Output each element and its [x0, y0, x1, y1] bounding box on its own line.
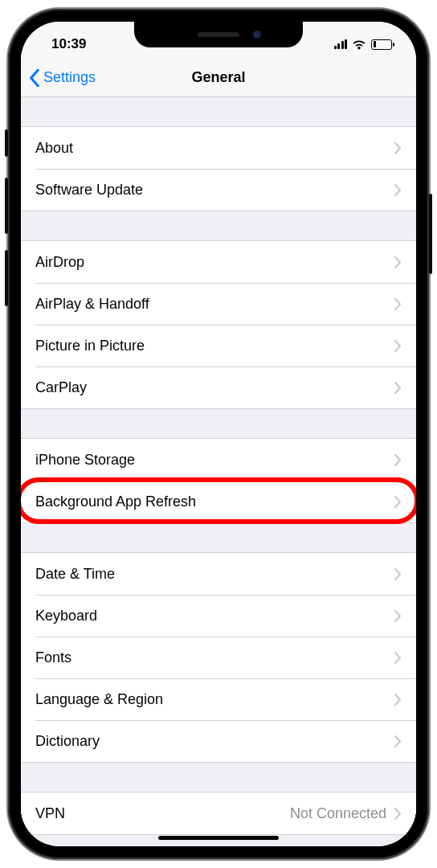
row-dictionary[interactable]: Dictionary [21, 720, 416, 762]
navigation-bar: Settings General [21, 59, 416, 97]
chevron-right-icon [394, 340, 402, 352]
chevron-right-icon [394, 184, 402, 196]
row-airdrop[interactable]: AirDrop [21, 241, 416, 283]
front-camera [253, 31, 261, 39]
settings-group-4: VPN Not Connected [21, 792, 416, 835]
battery-icon [371, 39, 392, 50]
row-label: Fonts [35, 649, 71, 666]
home-indicator[interactable] [158, 836, 279, 840]
notch [134, 22, 303, 47]
volume-down-button [5, 250, 8, 306]
status-time: 10:39 [40, 36, 86, 52]
row-carplay[interactable]: CarPlay [21, 366, 416, 408]
silent-switch [5, 129, 8, 157]
row-label: Picture in Picture [35, 338, 145, 354]
row-background-app-refresh[interactable]: Background App Refresh [21, 481, 416, 522]
chevron-right-icon [394, 610, 402, 622]
chevron-right-icon [394, 256, 402, 268]
wifi-icon [352, 39, 366, 50]
settings-group-0: About Software Update [21, 126, 416, 211]
chevron-right-icon [394, 808, 402, 820]
row-iphone-storage[interactable]: iPhone Storage [21, 439, 416, 481]
iphone-frame: 10:39 Settings [8, 9, 429, 859]
chevron-right-icon [394, 568, 402, 580]
row-airplay-handoff[interactable]: AirPlay & Handoff [21, 283, 416, 325]
speaker [198, 32, 239, 37]
chevron-right-icon [394, 298, 402, 310]
row-label: VPN [35, 805, 65, 822]
status-icons [334, 39, 398, 50]
row-picture-in-picture[interactable]: Picture in Picture [21, 325, 416, 366]
row-detail: Not Connected [290, 805, 386, 822]
row-label: Software Update [35, 182, 143, 199]
battery-level [374, 41, 377, 47]
settings-group-2: iPhone Storage Background App Refresh [21, 438, 416, 523]
chevron-left-icon [29, 69, 40, 87]
row-software-update[interactable]: Software Update [21, 169, 416, 211]
row-language-region[interactable]: Language & Region [21, 678, 416, 720]
row-label: About [35, 140, 73, 157]
chevron-right-icon [394, 382, 402, 394]
chevron-right-icon [394, 454, 402, 466]
chevron-right-icon [394, 652, 402, 664]
cellular-signal-icon [334, 39, 348, 49]
volume-up-button [5, 178, 8, 234]
row-fonts[interactable]: Fonts [21, 637, 416, 678]
settings-group-3: Date & Time Keyboard Fonts Language & Re… [21, 552, 416, 763]
chevron-right-icon [394, 142, 402, 154]
chevron-right-icon [394, 496, 402, 508]
screen: 10:39 Settings [21, 22, 416, 846]
row-about[interactable]: About [21, 127, 416, 169]
row-vpn[interactable]: VPN Not Connected [21, 792, 416, 834]
row-label: Date & Time [35, 566, 115, 583]
row-date-time[interactable]: Date & Time [21, 553, 416, 595]
row-label: AirPlay & Handoff [35, 296, 149, 313]
row-label: Dictionary [35, 733, 100, 750]
chevron-right-icon [394, 694, 402, 706]
row-label: Background App Refresh [35, 493, 196, 510]
row-label: CarPlay [35, 379, 87, 396]
settings-content: About Software Update AirDrop AirPlay & … [21, 97, 416, 846]
power-button [429, 194, 432, 274]
row-keyboard[interactable]: Keyboard [21, 595, 416, 637]
row-label: iPhone Storage [35, 452, 135, 469]
settings-group-1: AirDrop AirPlay & Handoff Picture in Pic… [21, 240, 416, 409]
back-label: Settings [43, 69, 96, 86]
back-button[interactable]: Settings [21, 69, 96, 87]
row-label: Language & Region [35, 691, 163, 708]
chevron-right-icon [394, 735, 402, 747]
row-label: Keyboard [35, 608, 97, 624]
row-label: AirDrop [35, 254, 84, 271]
